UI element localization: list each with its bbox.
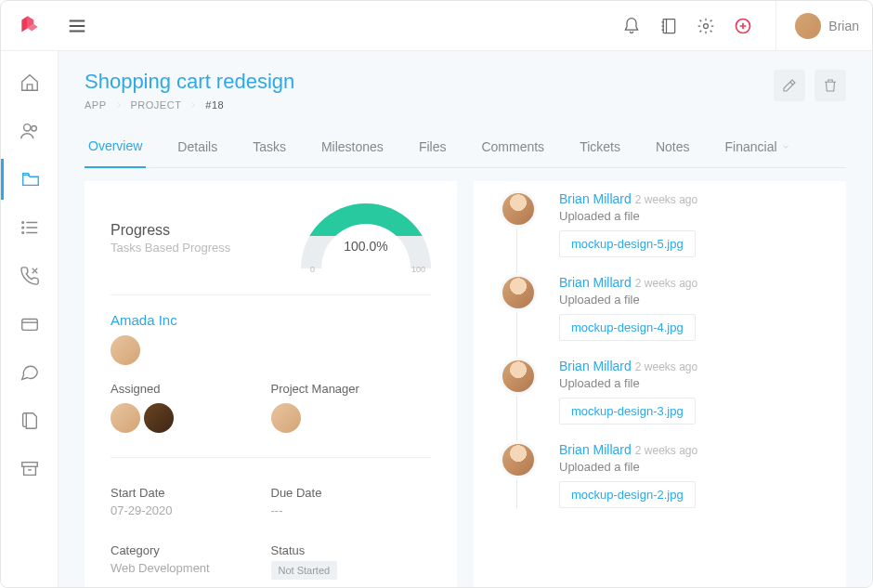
activity-user[interactable]: Brian Millard: [559, 442, 632, 457]
progress-gauge: 100.0% 0 100: [301, 203, 431, 272]
pm-label: Project Manager: [271, 382, 432, 396]
sidebar-messages[interactable]: [1, 352, 59, 393]
svg-rect-22: [21, 463, 37, 467]
tab-milestones[interactable]: Milestones: [318, 138, 387, 167]
settings-icon[interactable]: [696, 16, 716, 36]
progress-heading: Progress: [111, 222, 230, 239]
sidebar-projects[interactable]: [1, 159, 59, 200]
progress-subheading: Tasks Based Progress: [111, 241, 230, 255]
activity-avatar[interactable]: [500, 358, 537, 395]
progress-value: 100.0%: [301, 239, 431, 254]
due-date-label: Due Date: [271, 486, 432, 500]
sidebar-files[interactable]: [1, 400, 59, 441]
activity-time: 2 weeks ago: [635, 360, 697, 373]
tab-tasks[interactable]: Tasks: [249, 138, 290, 167]
activity-description: Uploaded a file: [559, 376, 697, 390]
activity-item: Brian Millard2 weeks agoUploaded a filem…: [529, 274, 820, 341]
client-name[interactable]: Amada Inc: [111, 312, 431, 328]
tab-financial[interactable]: Financial: [722, 138, 794, 167]
activity-description: Uploaded a file: [559, 460, 697, 474]
pm-avatar[interactable]: [271, 403, 301, 433]
svg-rect-20: [21, 320, 37, 331]
tab-overview[interactable]: Overview: [85, 138, 146, 168]
overview-card: Progress Tasks Based Progress 100.0% 0 1…: [85, 181, 457, 587]
category-label: Category: [111, 543, 271, 557]
activity-user[interactable]: Brian Millard: [559, 275, 632, 290]
user-menu[interactable]: Brian: [775, 1, 859, 51]
crumb-id: #18: [205, 99, 224, 111]
assignee-avatar[interactable]: [144, 403, 174, 433]
activity-avatar[interactable]: [500, 441, 537, 478]
breadcrumb: APP PROJECT #18: [85, 99, 294, 111]
activity-file-chip[interactable]: mockup-design-2.jpg: [559, 481, 696, 508]
activity-user[interactable]: Brian Millard: [559, 191, 632, 206]
add-icon[interactable]: [733, 16, 753, 36]
svg-point-18: [21, 227, 23, 229]
activity-file-chip[interactable]: mockup-design-4.jpg: [559, 314, 696, 341]
activity-time: 2 weeks ago: [635, 444, 697, 457]
svg-rect-3: [663, 19, 675, 33]
activity-card: Brian Millard2 weeks agoUploaded a filem…: [474, 181, 846, 587]
edit-button[interactable]: [774, 70, 805, 101]
sidebar-archive[interactable]: [1, 449, 59, 490]
start-date-value: 07-29-2020: [111, 503, 271, 517]
crumb-project[interactable]: PROJECT: [131, 99, 182, 111]
sidebar-tasks[interactable]: [1, 207, 59, 248]
activity-time: 2 weeks ago: [635, 277, 697, 290]
svg-point-17: [21, 222, 23, 224]
status-label: Status: [271, 543, 432, 557]
activity-item: Brian Millard2 weeks agoUploaded a filem…: [529, 190, 820, 257]
tab-details[interactable]: Details: [174, 138, 221, 167]
start-date-label: Start Date: [111, 486, 271, 500]
assigned-label: Assigned: [111, 382, 271, 396]
tab-files[interactable]: Files: [415, 138, 450, 167]
activity-avatar[interactable]: [500, 274, 537, 311]
status-chip: Not Started: [271, 561, 338, 580]
tab-comments[interactable]: Comments: [477, 138, 548, 167]
activity-time: 2 weeks ago: [635, 193, 697, 206]
svg-point-19: [21, 232, 23, 234]
svg-point-8: [704, 23, 709, 28]
due-date-value: ---: [271, 503, 432, 517]
menu-toggle[interactable]: [59, 16, 96, 36]
sidebar-users[interactable]: [1, 111, 59, 151]
page-title: Shopping cart redesign: [85, 70, 294, 94]
activity-avatar[interactable]: [500, 190, 537, 228]
notifications-icon[interactable]: [621, 16, 642, 36]
sidebar-calls[interactable]: [1, 255, 59, 296]
notebook-icon[interactable]: [658, 16, 679, 36]
assignee-avatar[interactable]: [111, 403, 140, 433]
crumb-app[interactable]: APP: [85, 99, 107, 111]
activity-description: Uploaded a file: [559, 293, 697, 307]
activity-file-chip[interactable]: mockup-design-5.jpg: [559, 230, 696, 257]
category-value: Web Development: [111, 561, 271, 575]
svg-point-12: [23, 124, 30, 131]
tab-tickets[interactable]: Tickets: [576, 138, 624, 167]
svg-point-13: [31, 126, 36, 132]
activity-file-chip[interactable]: mockup-design-3.jpg: [559, 398, 696, 425]
app-logo[interactable]: [1, 14, 59, 38]
activity-user[interactable]: Brian Millard: [559, 359, 632, 373]
activity-description: Uploaded a file: [559, 209, 697, 223]
activity-item: Brian Millard2 weeks agoUploaded a filem…: [529, 358, 820, 425]
user-avatar: [795, 13, 821, 39]
user-name: Brian: [828, 19, 859, 33]
delete-button[interactable]: [814, 70, 846, 101]
client-avatar: [111, 335, 140, 365]
activity-item: Brian Millard2 weeks agoUploaded a filem…: [529, 441, 820, 508]
sidebar-home[interactable]: [1, 62, 59, 103]
tab-notes[interactable]: Notes: [652, 138, 694, 167]
sidebar-billing[interactable]: [1, 304, 59, 345]
